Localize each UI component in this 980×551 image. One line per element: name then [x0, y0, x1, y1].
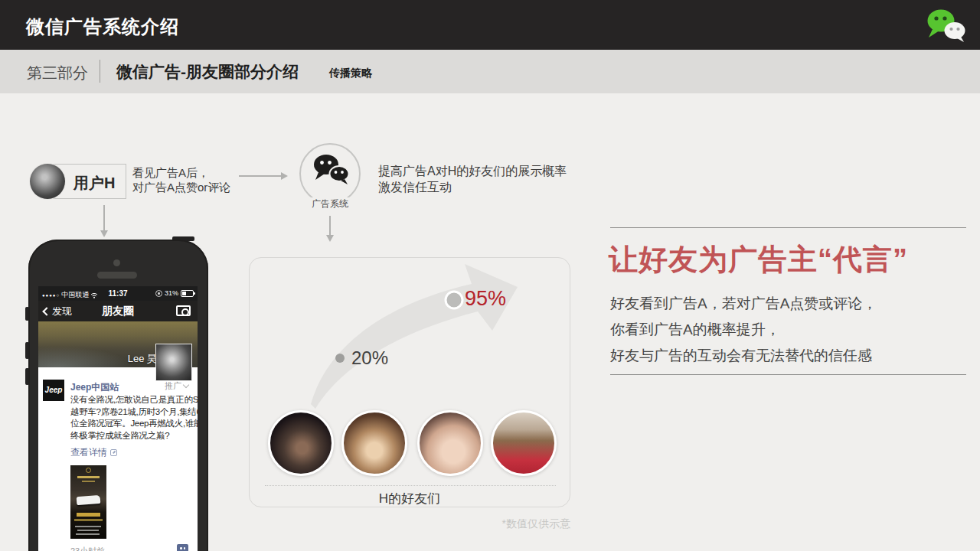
ad-copy-line2: 越野车?席卷21城,历时3个月,集结66: [70, 406, 190, 419]
section-number: 第三部分: [27, 63, 88, 83]
advertiser-logo: Jeep: [43, 380, 64, 401]
ad-copy-line3: 位全路况冠军。Jeep再燃战火,谁能以: [70, 418, 190, 430]
status-right: 31%: [155, 289, 194, 297]
status-bar: ●●●●○ 中国联通 11:37 31%: [38, 286, 198, 301]
user-h-label: 用户H: [74, 173, 115, 194]
ad-copy-line1: 没有全路况,怎敢说自己是真正的SUV: [70, 394, 190, 406]
callout-line1: 好友看到广告A，若对广告A点赞或评论，: [610, 291, 877, 317]
flow-arrow-right-icon: [239, 175, 282, 177]
carrier-label: 中国联通: [61, 290, 89, 300]
rotation-lock-icon: [155, 290, 162, 297]
link-icon: [110, 449, 117, 456]
wechat-black-logo-icon: [311, 153, 351, 185]
section-tag: 传播策略: [329, 67, 372, 80]
battery-percent-label: 31%: [165, 289, 178, 297]
callout-title: 让好友为广告主“代言”: [609, 240, 908, 279]
ad-copy: 没有全路况,怎敢说自己是真正的SUV 越野车?席卷21城,历时3个月,集结66 …: [70, 394, 190, 442]
user-action-text: 看见广告A后， 对广告A点赞or评论: [132, 165, 230, 194]
friend-avatar-2: [341, 410, 407, 476]
ad-poster-image[interactable]: [70, 465, 106, 539]
chevron-left-icon: [42, 307, 51, 315]
view-details-link[interactable]: 查看详情: [70, 446, 190, 459]
view-details-label: 查看详情: [70, 446, 107, 459]
phone-front-camera: [113, 259, 120, 266]
header-bar: 微信广告系统介绍: [0, 0, 980, 50]
phone-speaker: [97, 272, 137, 279]
flow-arrow-down-user-icon: [103, 205, 105, 231]
back-label: 发现: [52, 305, 72, 318]
ad-system-label: 广告系统: [308, 197, 352, 210]
profile-name: Lee 昊: [128, 352, 157, 366]
flow-arrow-down-system-icon: [329, 216, 331, 236]
friend-avatar-3: [417, 410, 483, 476]
signal-dots-icon: ●●●●○: [42, 293, 60, 298]
sponsored-tag[interactable]: 推广: [165, 380, 188, 392]
chart-divider: [265, 485, 556, 486]
ad-copy-line4: 终极掌控成就全路况之巅?: [70, 430, 190, 442]
like-comment-button-icon[interactable]: [177, 544, 188, 551]
back-button[interactable]: 发现: [44, 305, 72, 318]
status-left: ●●●●○ 中国联通: [42, 290, 98, 300]
callout-line3: 好友与广告的互动会有无法替代的信任感: [610, 343, 877, 369]
advertiser-name[interactable]: Jeep中国站: [70, 382, 119, 393]
user-h-avatar: [30, 164, 65, 199]
chart-caption: H的好友们: [250, 490, 570, 507]
clock-label: 11:37: [108, 289, 127, 298]
page-title: 微信广告系统介绍: [26, 15, 179, 39]
moments-title: 朋友圈: [102, 305, 134, 318]
camera-button-icon[interactable]: [176, 305, 191, 316]
callout-body: 好友看到广告A，若对广告A点赞或评论， 你看到广告A的概率提升， 好友与广告的互…: [610, 291, 877, 369]
high-probability-value: 95%: [465, 287, 506, 311]
wechat-logo-icon: [923, 8, 968, 43]
chevron-down-icon: [183, 382, 189, 388]
user-action-line2: 对广告A点赞or评论: [132, 180, 230, 194]
sponsored-tag-label: 推广: [165, 380, 181, 392]
system-result-line2: 激发信任互动: [378, 179, 567, 195]
friend-avatar-1: [268, 410, 334, 476]
moments-nav-bar: 发现 朋友圈: [38, 301, 198, 321]
wifi-icon: [90, 292, 98, 298]
low-probability-value: 20%: [351, 347, 388, 369]
battery-icon: [181, 290, 194, 297]
system-result-line1: 提高广告A对H的好友们的展示概率: [378, 163, 567, 179]
callout-line2: 你看到广告A的概率提升，: [610, 317, 877, 343]
slide: 微信广告系统介绍 第三部分 微信广告-朋友圈部分介绍 传播策略 用户H 看见广告…: [0, 0, 980, 551]
section-bar: 第三部分 微信广告-朋友圈部分介绍 传播策略: [0, 50, 980, 93]
callout-rule-bottom: [610, 374, 966, 375]
profile-avatar[interactable]: [156, 344, 191, 380]
user-action-line1: 看见广告A后，: [132, 165, 230, 180]
sponsored-post: Jeep Jeep中国站 推广 没有全路况,怎敢说自己是真正的SUV 越野车?席…: [38, 367, 198, 551]
probability-chart-panel: 20% 95% H的好友们: [249, 257, 570, 507]
friend-avatar-4: [491, 410, 557, 476]
post-timestamp: 23小时前: [70, 546, 105, 551]
callout-rule-top: [610, 227, 966, 228]
phone-screen: ●●●●○ 中国联通 11:37 31% 发现 朋友圈: [38, 286, 198, 551]
system-result-text: 提高广告A对H的好友们的展示概率 激发信任互动: [378, 163, 567, 195]
section-title: 微信广告-朋友圈部分介绍: [116, 61, 299, 83]
section-divider: [100, 60, 100, 83]
footnote: *数值仅供示意: [379, 517, 570, 531]
